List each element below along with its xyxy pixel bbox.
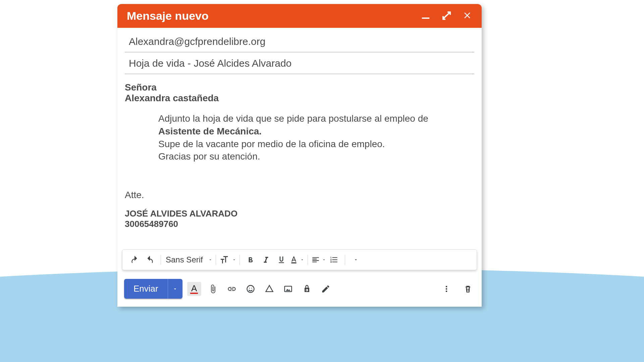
bottom-right-group xyxy=(439,282,475,296)
send-options-button[interactable] xyxy=(168,279,182,299)
toolbar-separator xyxy=(239,255,240,265)
send-button[interactable]: Enviar xyxy=(124,279,168,299)
to-field[interactable]: Alexandra@gcfprendelibre.org xyxy=(125,31,474,52)
toolbar-separator xyxy=(308,255,308,265)
body-text-3: Gracias por su atención. xyxy=(158,151,260,162)
formatting-toolbar: Sans Serif xyxy=(122,249,477,270)
svg-point-8 xyxy=(446,288,447,290)
greeting-title: Señora xyxy=(125,82,474,93)
message-body[interactable]: Señora Alexandra castañeda Adjunto la ho… xyxy=(117,74,482,229)
send-button-group: Enviar xyxy=(124,279,182,299)
svg-point-3 xyxy=(249,288,250,288)
svg-point-4 xyxy=(251,288,252,288)
svg-point-7 xyxy=(446,286,447,287)
discard-draft-button[interactable] xyxy=(461,282,475,296)
insert-emoji-button[interactable] xyxy=(244,282,258,296)
compose-header: Mensaje nuevo xyxy=(117,4,482,28)
formatting-toggle-button[interactable]: A xyxy=(187,282,201,296)
header-fields: Alexandra@gcfprendelibre.org Hoja de vid… xyxy=(117,28,482,74)
insert-drive-button[interactable] xyxy=(262,282,276,296)
underline-button[interactable] xyxy=(274,253,289,266)
svg-rect-0 xyxy=(422,17,430,19)
font-family-select[interactable]: Sans Serif xyxy=(164,253,212,266)
svg-point-9 xyxy=(446,290,447,292)
text-color-button[interactable] xyxy=(289,253,304,266)
toolbar-separator xyxy=(345,255,345,265)
closing-text: Atte. xyxy=(125,190,474,200)
minimize-icon[interactable] xyxy=(421,10,431,22)
signature-phone: 30065489760 xyxy=(125,219,474,229)
toolbar-separator xyxy=(216,255,216,265)
redo-button[interactable] xyxy=(143,253,157,266)
compose-window: Mensaje nuevo Alexandra@gcfprendelibre.o… xyxy=(117,4,482,307)
insert-link-button[interactable] xyxy=(225,282,239,296)
insert-photo-button[interactable] xyxy=(281,282,295,296)
text-format-glyph: A xyxy=(190,284,198,294)
greeting-name: Alexandra castañeda xyxy=(125,93,474,104)
svg-point-2 xyxy=(247,285,254,292)
toolbar-separator xyxy=(161,255,161,265)
svg-rect-1 xyxy=(291,262,296,263)
compose-title: Mensaje nuevo xyxy=(127,9,209,22)
bold-button[interactable] xyxy=(243,253,258,266)
bottom-left-group: Enviar A xyxy=(124,279,333,299)
confidential-mode-button[interactable] xyxy=(300,282,314,296)
attach-file-button[interactable] xyxy=(206,282,220,296)
subject-field[interactable]: Hoja de vida - José Alcides Alvarado xyxy=(125,52,474,74)
insert-signature-button[interactable] xyxy=(319,282,333,296)
undo-button[interactable] xyxy=(127,253,142,266)
bottom-action-bar: Enviar A xyxy=(117,270,482,307)
signature-name: JOSÉ ALVIDES ALVARADO xyxy=(125,208,474,219)
font-family-label: Sans Serif xyxy=(164,255,206,264)
expand-icon[interactable] xyxy=(441,10,451,22)
more-formatting-button[interactable] xyxy=(348,253,363,266)
body-text-2: Supe de la vacante por medio de la ofici… xyxy=(158,139,385,149)
close-icon[interactable] xyxy=(462,10,472,22)
numbered-list-button[interactable] xyxy=(327,253,341,266)
italic-button[interactable] xyxy=(259,253,273,266)
body-text-1: Adjunto la hoja de vida que se pide para… xyxy=(158,113,428,124)
body-text-bold: Asistente de Mecánica. xyxy=(158,126,262,136)
align-button[interactable] xyxy=(311,253,326,266)
more-options-button[interactable] xyxy=(439,282,453,296)
font-size-button[interactable] xyxy=(219,253,236,266)
body-paragraph: Adjunto la hoja de vida que se pide para… xyxy=(158,112,433,163)
window-controls xyxy=(421,10,472,22)
